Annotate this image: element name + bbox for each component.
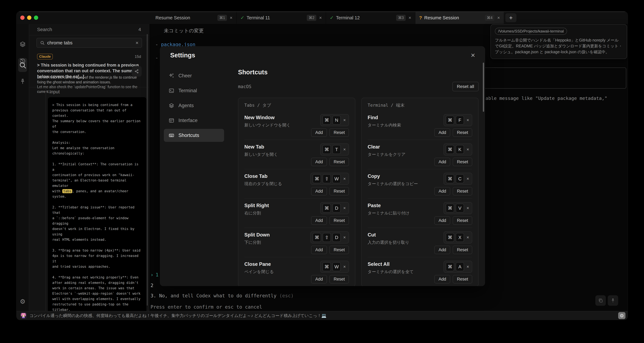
avatar[interactable]	[20, 312, 26, 319]
reset-binding-button[interactable]: Reset	[330, 128, 349, 137]
shortcut-binding-chip[interactable]: ⌘C×	[444, 173, 472, 185]
add-binding-button[interactable]: Add	[434, 158, 450, 166]
settings-nav-item-terminal[interactable]: Terminal	[164, 84, 224, 97]
tab-terminal-12-3[interactable]: ✓Terminal 12⌘3×	[326, 12, 415, 24]
reset-binding-button[interactable]: Reset	[453, 158, 472, 166]
titlebar[interactable]: Resume Session⌘1×✓Terminal 11⌘2×✓Termina…	[16, 12, 628, 24]
shortcut-binding-chip[interactable]: ⌘F×	[444, 114, 472, 126]
interface-icon	[168, 118, 174, 123]
shortcut-binding-chip[interactable]: ⌘W×	[320, 261, 349, 273]
reset-binding-button[interactable]: Reset	[330, 275, 349, 284]
reset-binding-button[interactable]: Reset	[453, 187, 472, 196]
shortcut-binding-chip[interactable]: ⌘⇧W×	[310, 173, 349, 185]
remove-binding-icon[interactable]: ×	[343, 206, 346, 211]
shortcut-name: New Tab	[244, 144, 278, 150]
gear-icon[interactable]: ⚙	[20, 298, 26, 305]
reset-binding-button[interactable]: Reset	[330, 158, 349, 166]
tab-resume-session-1[interactable]: Resume Session⌘1×	[152, 12, 236, 24]
reset-binding-button[interactable]: Reset	[330, 187, 349, 196]
transcript-scrollbar[interactable]	[147, 34, 148, 306]
reset-binding-button[interactable]: Reset	[453, 246, 472, 254]
settings-nav-item-interface[interactable]: Interface	[164, 114, 224, 127]
shortcut-name: Close Pane	[244, 261, 274, 267]
keycap-a: A	[456, 262, 464, 271]
remove-binding-icon[interactable]: ×	[343, 147, 346, 152]
shortcut-binding-chip[interactable]: ⌘D×	[320, 202, 349, 214]
remove-binding-icon[interactable]: ×	[466, 264, 469, 269]
pin-icon[interactable]	[19, 78, 26, 85]
shortcut-binding-chip[interactable]: ⌘A×	[444, 261, 472, 273]
shortcut-group-tabs: Tabs / タブNew Window新しいウィンドウを開く⌘N×AddRese…	[238, 98, 355, 286]
remove-binding-icon[interactable]: ×	[466, 118, 469, 123]
settings-nav-item-agents[interactable]: Agents	[164, 99, 224, 112]
shortcut-binding-chip[interactable]: ⌘K×	[444, 144, 472, 156]
close-window-button[interactable]	[20, 16, 24, 20]
add-binding-button[interactable]: Add	[434, 246, 450, 254]
result-guide-line	[46, 88, 46, 311]
remove-binding-icon[interactable]: ×	[466, 206, 469, 211]
shortcut-binding-chip[interactable]: ⌘N×	[320, 114, 349, 126]
shortcut-name: Close Tab	[244, 174, 282, 179]
add-binding-button[interactable]: Add	[311, 158, 327, 166]
shortcut-binding-chip[interactable]: ⌘X×	[444, 232, 472, 244]
close-icon[interactable]: ×	[471, 52, 475, 59]
reset-binding-button[interactable]: Reset	[330, 246, 349, 254]
remove-binding-icon[interactable]: ×	[466, 176, 469, 181]
add-binding-button[interactable]: Add	[311, 216, 327, 225]
shortcut-description: ターミナルに貼り付け	[368, 210, 410, 216]
tab-close-icon[interactable]: ×	[497, 15, 500, 20]
reset-all-button[interactable]: Reset all	[452, 82, 478, 91]
remove-binding-icon[interactable]: ×	[343, 118, 346, 123]
notification-card[interactable]: /Volumes/SSD/Projects/kawaii-terminal フル…	[490, 24, 627, 59]
add-binding-button[interactable]: Add	[434, 275, 450, 284]
shortcut-row-controls: ⌘N×AddReset	[311, 114, 349, 137]
pin-button[interactable]	[608, 295, 618, 306]
new-tab-button[interactable]: +	[505, 13, 516, 22]
minimize-window-button[interactable]	[27, 16, 32, 20]
search-input[interactable]: chrome tabs ×	[36, 38, 142, 48]
remove-binding-icon[interactable]: ×	[343, 176, 346, 181]
zoom-window-button[interactable]	[34, 16, 38, 20]
reset-binding-button[interactable]: Reset	[330, 216, 349, 225]
layers-icon[interactable]	[19, 41, 26, 48]
shortcut-group-title: Terminal / 端末	[362, 98, 478, 111]
shortcut-binding-chip[interactable]: ⌘V×	[444, 202, 472, 214]
list-dash: -	[156, 55, 158, 61]
settings-scrollbar[interactable]	[483, 62, 484, 112]
add-binding-button[interactable]: Add	[311, 246, 327, 254]
tab-close-icon[interactable]: ×	[230, 15, 232, 20]
settings-nav-item-cheer[interactable]: Cheer	[164, 69, 224, 82]
shortcut-binding-chip[interactable]: ⌘⇧D×	[310, 232, 349, 244]
reset-binding-button[interactable]: Reset	[453, 216, 472, 225]
uncommitted-changes-heading: 未コミットの変更	[164, 28, 204, 34]
tab-close-icon[interactable]: ×	[408, 15, 411, 20]
reset-binding-button[interactable]: Reset	[453, 275, 472, 284]
tab-resume-session-4[interactable]: ?Resume Session⌘4×	[415, 12, 504, 24]
copy-button[interactable]	[595, 295, 606, 306]
list-dash: -	[156, 42, 158, 48]
settings-nav-label: Terminal	[178, 88, 197, 94]
settings-modal-header: Settings ×	[160, 46, 485, 64]
clear-search-icon[interactable]: ×	[136, 40, 138, 46]
add-binding-button[interactable]: Add	[434, 128, 450, 137]
add-binding-button[interactable]: Add	[434, 187, 450, 196]
conversation-transcript[interactable]: > This session is being continued from a…	[48, 97, 146, 311]
shortcut-binding-chip[interactable]: ⌘T×	[320, 144, 349, 156]
settings-gear-button[interactable]: ⚙	[618, 312, 626, 319]
remove-binding-icon[interactable]: ×	[343, 235, 346, 240]
add-binding-button[interactable]: Add	[311, 275, 327, 284]
remove-binding-icon[interactable]: ×	[343, 264, 346, 269]
shortcut-row-controls: ⌘F×AddReset	[434, 114, 472, 137]
add-binding-button[interactable]: Add	[311, 187, 327, 196]
add-binding-button[interactable]: Add	[311, 128, 327, 137]
search-icon[interactable]	[19, 61, 26, 69]
shortcut-description: ターミナルの選択をコピー	[368, 181, 418, 186]
remove-binding-icon[interactable]: ×	[466, 147, 469, 152]
add-binding-button[interactable]: Add	[434, 216, 450, 225]
reset-binding-button[interactable]: Reset	[453, 128, 472, 137]
tab-terminal-11-2[interactable]: ✓Terminal 11⌘2×	[236, 12, 326, 24]
remove-binding-icon[interactable]: ×	[466, 235, 469, 240]
settings-nav-item-shortcuts[interactable]: Shortcuts	[164, 129, 224, 142]
tab-close-icon[interactable]: ×	[319, 15, 322, 20]
tab-label: Resume Session	[424, 15, 483, 20]
